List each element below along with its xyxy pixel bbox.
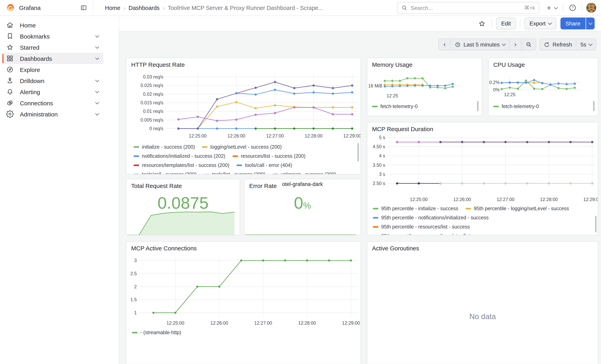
stat-unit: % — [303, 201, 311, 211]
chevron-down-icon[interactable] — [95, 34, 99, 38]
legend-scrollbar[interactable] — [593, 101, 595, 111]
chevron-down-icon[interactable] — [95, 78, 99, 82]
plus-icon — [546, 5, 552, 11]
header-divider — [93, 0, 93, 16]
export-button[interactable]: Export — [524, 18, 556, 30]
sidebar-item-drilldown[interactable]: Drilldown — [2, 75, 103, 86]
breadcrumb-page-title: ToolHive MCP Server & Proxy Runner Dashb… — [168, 5, 323, 11]
chevron-down-icon[interactable] — [95, 45, 99, 49]
panel-mcp-request-duration[interactable]: MCP Request Duration 5 s4.50 s4 s3.50 s3… — [367, 122, 598, 235]
svg-text:0.02 req/s: 0.02 req/s — [143, 92, 163, 97]
legend-item[interactable]: 95th percentile - resources/templates/li… — [373, 233, 493, 235]
search-input[interactable] — [411, 5, 521, 11]
favorite-star-button[interactable] — [476, 18, 488, 30]
sidebar-item-starred[interactable]: Starred — [2, 42, 103, 53]
gear-icon — [6, 110, 14, 118]
legend-item[interactable]: notifications/initialized - success (202… — [134, 153, 225, 159]
refresh-button[interactable]: Refresh — [540, 39, 576, 50]
legend-item[interactable]: resources/templates/list - success (200) — [134, 162, 229, 168]
panel-http-request-rate[interactable]: HTTP Request Rate 0 req/s0.005 req/s0.01… — [126, 58, 361, 175]
legend-scrollbar[interactable] — [477, 101, 479, 111]
legend-swatch-icon — [232, 155, 238, 157]
chevron-down-icon — [502, 42, 506, 46]
sidebar-item-administration[interactable]: Administration — [2, 108, 103, 120]
legend-row: tools/call - success (200)tools/list - s… — [134, 170, 356, 175]
legend-scrollbar[interactable] — [357, 143, 359, 161]
time-shift-back-button[interactable] — [439, 39, 450, 50]
legend-item[interactable]: logging/setLevel - success (200) — [202, 144, 282, 150]
breadcrumb-separator: › — [123, 5, 125, 11]
share-button[interactable]: Share — [560, 18, 585, 30]
legend-swatch-icon — [202, 146, 208, 148]
legend-item[interactable]: tools/list - success (200) — [204, 171, 265, 175]
breadcrumb-dashboards[interactable]: Dashboards — [129, 5, 160, 11]
chevron-down-icon[interactable] — [95, 56, 99, 60]
chart-legend[interactable]: fetch-telemetry-0 — [372, 102, 475, 112]
svg-text:2.5: 2.5 — [130, 271, 137, 276]
legend-row: 95th percentile - notifications/initiali… — [373, 213, 594, 222]
legend-swatch-icon — [134, 146, 139, 148]
sidebar-item-bookmarks[interactable]: Bookmarks — [2, 31, 103, 42]
chevron-down-icon[interactable] — [95, 89, 99, 93]
chart-legend[interactable]: - (streamable-http) — [132, 328, 357, 338]
zoom-out-button[interactable] — [521, 39, 536, 50]
legend-item[interactable]: tools/call - error (404) — [237, 162, 292, 168]
legend-item[interactable]: fetch-telemetry-0 — [493, 104, 539, 109]
svg-text:3 s: 3 s — [379, 172, 385, 177]
legend-item[interactable]: fetch-telemetry-0 — [372, 104, 418, 109]
legend-swatch-icon — [237, 164, 242, 166]
search-box[interactable]: ⌘+k — [397, 2, 539, 14]
svg-text:0.03 req/s: 0.03 req/s — [143, 74, 163, 79]
chart-legend[interactable]: fetch-telemetry-0 — [493, 102, 591, 112]
sidebar-item-alerting[interactable]: Alerting — [2, 86, 103, 97]
svg-text:12:25: 12:25 — [387, 93, 398, 98]
refresh-interval-picker[interactable]: 5s — [576, 39, 596, 50]
share-menu-button[interactable] — [586, 18, 595, 30]
sidebar-item-dashboards[interactable]: Dashboards — [2, 53, 103, 64]
legend-item[interactable]: 95th percentile - resources/list - succe… — [373, 224, 470, 229]
panel-total-request-rate[interactable]: Total Request Rate 0.0875 — [126, 179, 240, 235]
legend-item[interactable]: initialize - success (200) — [134, 144, 195, 150]
breadcrumb-home[interactable]: Home — [105, 5, 120, 11]
panel-memory-usage[interactable]: Memory Usage 16 MiB12:25 fetch-telemetry… — [367, 58, 482, 116]
panel-mcp-active-connections[interactable]: MCP Active Connections 32.521.5112:25:00… — [126, 241, 361, 364]
grafana-logo-icon — [6, 3, 15, 12]
panel-active-goroutines[interactable]: Active Goroutines No data — [367, 241, 598, 364]
sidebar-item-explore[interactable]: Explore — [2, 64, 103, 75]
zoom-out-icon — [525, 41, 532, 48]
panel-cpu-usage[interactable]: CPU Usage 0.2%0%12:25 fetch-telemetry-0 — [488, 58, 598, 116]
time-shift-forward-button[interactable] — [509, 39, 521, 50]
sidebar-item-home[interactable]: Home — [2, 20, 103, 31]
refresh-label: Refresh — [552, 41, 572, 48]
help-button[interactable]: ? — [566, 2, 579, 14]
panel-title: Active Goroutines — [372, 245, 419, 252]
svg-text:12:27:00: 12:27:00 — [254, 321, 272, 326]
sidebar-item-label: Dashboards — [20, 55, 52, 62]
chart-legend[interactable]: initialize - success (200)logging/setLev… — [134, 142, 356, 175]
legend-item[interactable]: 95th percentile - initialize - success — [373, 206, 458, 211]
time-range-picker[interactable]: Last 5 minutes — [450, 39, 509, 50]
sidebar-item-connections[interactable]: Connections — [2, 97, 103, 108]
legend-item[interactable]: 95th percentile - notifications/initiali… — [373, 215, 489, 220]
legend-item[interactable]: unknown - success (200) — [272, 171, 336, 175]
legend-item[interactable]: tools/call - success (200) — [134, 171, 197, 175]
panel-error-rate[interactable]: Error Rate otel-grafana-dark 0% — [244, 179, 361, 235]
legend-row: 95th percentile - resources/templates/li… — [373, 231, 594, 235]
svg-text:12:25: 12:25 — [504, 92, 516, 97]
user-avatar[interactable] — [586, 3, 596, 13]
dock-menu-button[interactable] — [78, 2, 89, 13]
legend-label: tools/list - success (200) — [212, 171, 265, 175]
legend-item[interactable]: - (streamable-http) — [132, 330, 181, 335]
edit-button[interactable]: Edit — [496, 18, 516, 30]
legend-swatch-icon — [373, 217, 378, 218]
svg-text:0.2%: 0.2% — [489, 80, 500, 85]
legend-scrollbar[interactable] — [595, 216, 597, 232]
chart-legend[interactable]: 95th percentile - initialize - success95… — [373, 204, 594, 235]
legend-item[interactable]: resources/list - success (200) — [232, 153, 305, 159]
add-new-button[interactable] — [543, 2, 560, 14]
legend-item[interactable]: 95th percentile - logging/setLevel - suc… — [465, 206, 569, 211]
legend-swatch-icon — [373, 235, 378, 235]
time-range-label: Last 5 minutes — [463, 41, 500, 48]
chevron-down-icon[interactable] — [95, 111, 99, 115]
chevron-down-icon[interactable] — [95, 100, 99, 104]
